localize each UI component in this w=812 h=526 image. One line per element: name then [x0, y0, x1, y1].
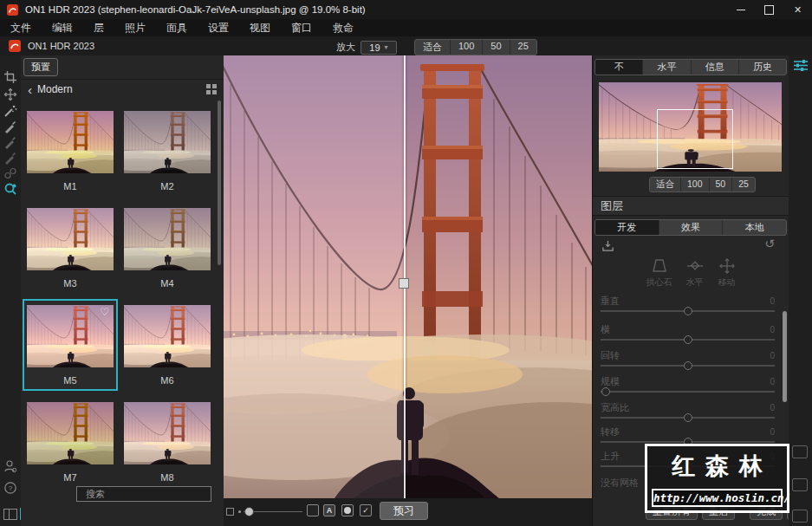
gradient-mask-tool-icon[interactable] — [3, 151, 17, 165]
close-button[interactable]: ✕ — [783, 0, 812, 19]
presets-tab-button[interactable]: 预置 — [23, 58, 58, 76]
watermark-overlay: 红森林 http://www.hoslin.cn/ — [645, 444, 789, 513]
slider-knob[interactable] — [684, 361, 692, 370]
enhance-wand-tool-icon[interactable] — [3, 104, 17, 118]
slider-track[interactable] — [601, 441, 775, 443]
favorite-heart-icon[interactable]: ♡ — [100, 307, 109, 317]
mask-view-a-icon[interactable]: A — [323, 504, 335, 516]
slider-track[interactable] — [601, 391, 775, 393]
view-zoom-tool-icon[interactable] — [3, 182, 17, 196]
help-icon[interactable]: ? — [3, 481, 17, 495]
menu-window[interactable]: 窗口 — [281, 21, 322, 36]
soft-proof-checkbox-icon[interactable]: ✓ — [360, 504, 372, 516]
crop-tool-icon[interactable] — [3, 70, 17, 84]
presets-scrollbar[interactable] — [218, 101, 221, 265]
fit-button[interactable]: 适合 — [415, 40, 451, 55]
photo-canvas[interactable] — [224, 55, 592, 498]
slider-label: 转移 — [601, 425, 620, 438]
search-input[interactable] — [84, 488, 211, 500]
menu-edit[interactable]: 编辑 — [42, 21, 83, 36]
preset-item-m1[interactable]: M1 — [23, 105, 118, 197]
maximize-button[interactable] — [755, 0, 783, 19]
level-tool[interactable]: 水平 — [685, 258, 705, 289]
collapse-panel-icon[interactable] — [792, 445, 808, 458]
preset-item-m7[interactable]: M7 — [23, 396, 118, 488]
nav-100-button[interactable]: 100 — [681, 178, 710, 192]
zoom-level-dropdown[interactable]: 19 ▾ — [361, 41, 397, 55]
share-icon[interactable] — [792, 478, 808, 491]
menu-photo[interactable]: 照片 — [114, 21, 156, 36]
keystone-icon — [650, 258, 669, 274]
tab-develop[interactable]: 开发 — [595, 220, 659, 235]
brush-tool-icon[interactable] — [3, 120, 17, 133]
preset-item-m6[interactable]: M6 — [120, 299, 215, 391]
slider-label: 横 — [601, 323, 610, 336]
keystone-tool[interactable]: 拱心石 — [646, 258, 672, 289]
preset-item-m4[interactable]: M4 — [120, 202, 215, 294]
svg-text:?: ? — [9, 484, 13, 492]
slider-knob[interactable] — [601, 387, 610, 396]
menu-help[interactable]: 救命 — [322, 21, 364, 36]
photo-image — [224, 55, 592, 498]
split-view-toggle-icon[interactable] — [3, 509, 17, 520]
slider-track[interactable] — [601, 365, 775, 367]
preset-item-m3[interactable]: M3 — [23, 202, 118, 294]
nav-25-button[interactable]: 25 — [732, 178, 755, 192]
refine-circles-tool-icon[interactable] — [3, 166, 17, 180]
slider-track[interactable] — [601, 339, 775, 341]
tab-info[interactable]: 信息 — [692, 60, 739, 75]
zoom-value: 19 — [369, 42, 380, 53]
on1-logo-small-icon — [9, 40, 21, 52]
layers-section-header[interactable]: 图层 — [593, 196, 789, 216]
preset-category-name: Modern — [37, 83, 73, 95]
tab-effects[interactable]: 效果 — [659, 220, 724, 235]
slider-track[interactable] — [601, 417, 775, 419]
tab-history[interactable]: 历史 — [739, 60, 786, 75]
nav-50-button[interactable]: 50 — [710, 178, 733, 192]
preset-item-m8[interactable]: M8 — [120, 396, 215, 488]
masking-brush-tool-icon[interactable] — [3, 135, 17, 149]
slider-value: 0 — [770, 296, 775, 306]
preview-button[interactable]: 预习 — [380, 502, 428, 520]
preset-item-m5-selected[interactable]: ♡ M5 — [23, 299, 118, 391]
slider-knob[interactable] — [684, 335, 692, 344]
menu-file[interactable]: 文件 — [0, 21, 42, 36]
compare-divider-line[interactable] — [404, 55, 406, 498]
slider-track[interactable] — [601, 310, 775, 312]
output-icon[interactable] — [792, 510, 808, 523]
navigator-preview[interactable] — [599, 82, 782, 172]
compare-divider-handle[interactable] — [399, 278, 409, 289]
back-chevron-icon[interactable]: ‹ — [28, 83, 32, 96]
account-icon[interactable] — [3, 459, 17, 473]
move-transform-tool[interactable]: 移动 — [718, 258, 737, 289]
blank-view-icon[interactable] — [307, 504, 319, 516]
grid-option-label[interactable]: 没有网格 — [601, 477, 639, 490]
slider-scale: 规模0 — [601, 376, 775, 393]
tab-local[interactable]: 本地 — [723, 220, 786, 235]
zoom-25-button[interactable]: 25 — [510, 40, 536, 55]
slider-knob[interactable] — [684, 413, 692, 422]
mask-overlay-icon[interactable] — [341, 504, 354, 516]
menu-layer[interactable]: 层 — [83, 21, 114, 36]
menu-mask[interactable]: 面具 — [156, 21, 198, 36]
preset-label: M2 — [160, 181, 173, 192]
minimize-button[interactable] — [726, 0, 755, 19]
grid-view-icon[interactable] — [206, 84, 217, 94]
nav-fit-button[interactable]: 适合 — [650, 178, 681, 192]
filter-sliders-icon[interactable] — [793, 59, 809, 72]
preset-category-row[interactable]: ‹ Modern — [21, 79, 224, 100]
preview-opacity-knob[interactable] — [244, 507, 254, 516]
menu-view[interactable]: 视图 — [239, 21, 281, 36]
move-tool-icon[interactable] — [3, 88, 17, 101]
reset-icon[interactable]: ↺ — [764, 237, 775, 250]
save-preset-icon[interactable] — [601, 239, 614, 252]
slider-knob[interactable] — [684, 307, 692, 315]
menu-settings[interactable]: 设置 — [198, 21, 239, 36]
right-panel-scrollbar[interactable] — [783, 311, 787, 402]
zoom-100-button[interactable]: 100 — [451, 40, 483, 55]
tab-levels[interactable]: 水平 — [643, 60, 691, 75]
navigator-view-rectangle[interactable] — [657, 109, 733, 169]
tab-none[interactable]: 不 — [595, 60, 643, 75]
zoom-50-button[interactable]: 50 — [483, 40, 510, 55]
preset-item-m2[interactable]: M2 — [120, 105, 215, 197]
